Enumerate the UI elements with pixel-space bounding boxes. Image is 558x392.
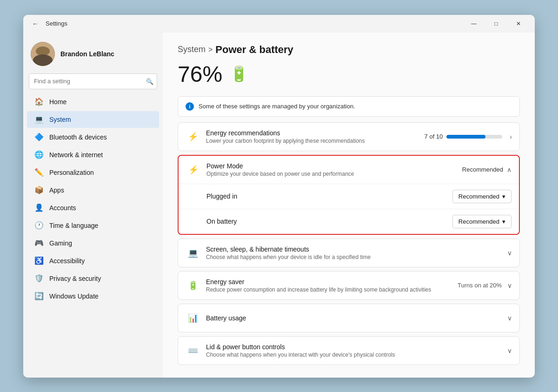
nav-home-label: Home [49,98,66,106]
power-mode-row[interactable]: ⚡ Power Mode Optimize your device based … [179,156,519,184]
progress-label: 7 of 10 [425,133,443,140]
lid-controls-right: ∨ [507,347,512,354]
info-text: Some of these settings are managed by yo… [199,103,355,110]
progress-bar [446,135,502,139]
screen-sleep-desc: Choose what happens when your device is … [206,254,507,260]
nav-privacy-label: Privacy & security [49,275,101,282]
settings-window: ← Settings — □ ✕ Brandon LeBlanc 🔍 [23,15,535,378]
energy-saver-icon: 🔋 [186,278,200,293]
energy-saver-row[interactable]: 🔋 Energy saver Reduce power consumption … [178,272,519,299]
gaming-icon: 🎮 [34,239,44,248]
nav-apps-label: Apps [49,186,64,194]
on-battery-value: Recommended [458,218,499,225]
power-mode-chevron: ∧ [507,166,512,173]
nav-time-label: Time & language [49,222,98,229]
plugged-in-label: Plugged in [206,193,452,200]
screen-sleep-right: ∨ [507,249,512,257]
lid-controls-title: Lid & power button controls [206,343,507,351]
plugged-in-chevron: ▾ [502,193,505,200]
back-button[interactable]: ← [29,17,42,30]
nav-network-label: Network & internet [49,151,103,159]
maximize-button[interactable]: □ [485,16,507,31]
power-mode-title: Power Mode [206,162,462,170]
energy-rec-text: Energy recommendations Lower your carbon… [206,129,425,144]
nav-network[interactable]: 🌐 Network & internet [27,146,159,163]
lid-controls-text: Lid & power button controls Choose what … [206,343,507,358]
nav-personalization[interactable]: ✏️ Personalization [27,164,159,181]
lid-controls-chevron: ∨ [507,347,512,354]
nav-accounts[interactable]: 👤 Accounts [27,199,159,216]
nav-apps[interactable]: 📦 Apps [27,182,159,199]
titlebar: ← Settings — □ ✕ [23,15,535,33]
avatar-image [31,42,55,66]
network-icon: 🌐 [34,150,44,159]
energy-saver-right: Turns on at 20% ∨ [458,282,512,289]
battery-usage-text: Battery usage [206,314,507,322]
nav-update[interactable]: 🔄 Windows Update [27,288,159,305]
info-icon: i [186,102,194,111]
nav-accessibility[interactable]: ♿ Accessibility [27,252,159,269]
on-battery-row[interactable]: On battery Recommended ▾ [179,209,519,234]
breadcrumb-separator: > [208,46,213,54]
battery-usage-icon: 📊 [186,311,200,326]
minimize-button[interactable]: — [463,16,485,31]
energy-rec-desc: Lower your carbon footprint by applying … [206,138,425,144]
nav-accessibility-label: Accessibility [49,257,85,265]
breadcrumb-current: Power & battery [215,44,293,56]
energy-rec-icon: ⚡ [186,129,200,144]
energy-saver-desc: Reduce power consumption and increase ba… [206,286,458,293]
apps-icon: 📦 [34,186,44,195]
nav-gaming[interactable]: 🎮 Gaming [27,235,159,252]
titlebar-controls: — □ ✕ [463,16,529,31]
time-icon: 🕐 [34,221,44,230]
screen-sleep-icon: 💻 [186,246,200,260]
nav-time[interactable]: 🕐 Time & language [27,217,159,234]
nav-system[interactable]: 💻 System [27,111,159,128]
nav-update-label: Windows Update [49,292,99,300]
energy-saver-text: Energy saver Reduce power consumption an… [206,278,458,293]
plugged-in-dropdown[interactable]: Recommended ▾ [452,190,512,203]
power-mode-right: Recommended ∧ [462,166,512,173]
energy-saver-section: 🔋 Energy saver Reduce power consumption … [178,271,520,300]
info-banner: i Some of these settings are managed by … [178,96,520,117]
plugged-in-row[interactable]: Plugged in Recommended ▾ [179,184,519,209]
search-icon: 🔍 [146,78,153,85]
titlebar-left: ← Settings [29,17,67,30]
screen-sleep-row[interactable]: 💻 Screen, sleep, & hibernate timeouts Ch… [178,239,519,267]
nav-gaming-label: Gaming [49,239,72,247]
energy-saver-title: Energy saver [206,278,458,286]
energy-rec-chevron: › [510,133,512,140]
nav-bluetooth[interactable]: 🔷 Bluetooth & devices [27,129,159,146]
on-battery-dropdown[interactable]: Recommended ▾ [452,215,512,228]
screen-sleep-chevron: ∨ [507,249,512,257]
breadcrumb: System > Power & battery [178,44,520,56]
energy-rec-title: Energy recommendations [206,129,425,137]
user-profile: Brandon LeBlanc [23,36,163,73]
lid-controls-row[interactable]: ⌨️ Lid & power button controls Choose wh… [178,337,519,365]
breadcrumb-parent: System [178,45,206,54]
screen-sleep-section: 💻 Screen, sleep, & hibernate timeouts Ch… [178,239,520,267]
on-battery-label: On battery [206,218,452,225]
lid-controls-desc: Choose what happens when you interact wi… [206,352,507,358]
energy-recommendations-row[interactable]: ⚡ Energy recommendations Lower your carb… [178,123,519,151]
nav-privacy[interactable]: 🛡️ Privacy & security [27,270,159,287]
lid-controls-section: ⌨️ Lid & power button controls Choose wh… [178,336,520,365]
battery-percent: 76% [178,61,222,87]
energy-saver-value: Turns on at 20% [458,282,502,289]
nav-home[interactable]: 🏠 Home [27,93,159,110]
accounts-icon: 👤 [34,203,44,213]
on-battery-chevron: ▾ [502,218,505,225]
nav-bluetooth-label: Bluetooth & devices [49,133,107,141]
screen-sleep-title: Screen, sleep, & hibernate timeouts [206,246,507,253]
plugged-in-value: Recommended [458,193,499,200]
search-input[interactable] [29,73,157,89]
lid-controls-icon: ⌨️ [186,343,200,358]
battery-usage-row[interactable]: 📊 Battery usage ∨ [178,304,519,332]
battery-display: 76% 🔋 [178,61,520,87]
power-mode-icon: ⚡ [186,162,201,177]
power-mode-section: ⚡ Power Mode Optimize your device based … [178,155,520,235]
close-button[interactable]: ✕ [508,16,529,31]
power-mode-text: Power Mode Optimize your device based on… [206,162,462,177]
power-mode-desc: Optimize your device based on power use … [206,171,462,177]
search-box: 🔍 [29,73,157,89]
